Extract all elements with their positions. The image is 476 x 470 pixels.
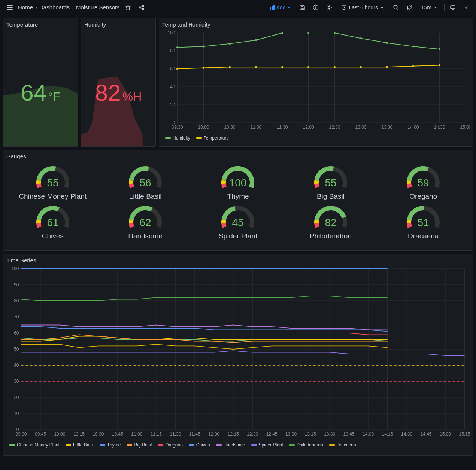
svg-text:60: 60 — [170, 66, 175, 71]
humidity-panel[interactable]: Humidity 82 %H — [81, 18, 156, 147]
add-button[interactable]: Add — [267, 3, 294, 12]
svg-text:70: 70 — [14, 314, 19, 320]
legend-item[interactable]: Temperature — [196, 135, 229, 141]
gauge-dracaena[interactable]: 51Dracaena — [379, 204, 468, 240]
gauge-thyme[interactable]: 100Thyme — [193, 164, 283, 201]
humidity-unit: %H — [122, 90, 142, 104]
svg-point-55 — [386, 42, 388, 44]
temp-humidity-chart[interactable]: Temp and Humidity 02040608010009:3010:00… — [159, 18, 473, 147]
gauge-little-basil[interactable]: 56Little Basil — [100, 164, 190, 201]
svg-point-47 — [176, 46, 178, 48]
legend-item[interactable]: Spider Plant — [251, 442, 283, 448]
temperature-panel[interactable]: Temperature 64 °F — [3, 18, 78, 147]
svg-text:90: 90 — [14, 282, 19, 287]
svg-text:20: 20 — [14, 395, 19, 400]
svg-text:82: 82 — [325, 217, 336, 228]
panel-title: Temp and Humidity — [162, 21, 470, 28]
legend-item[interactable]: Dracaena — [329, 442, 356, 448]
svg-point-58 — [176, 68, 178, 70]
gauge-handsome[interactable]: 62Handsome — [100, 204, 190, 240]
svg-text:15:00: 15:00 — [460, 125, 470, 130]
svg-text:11:00: 11:00 — [131, 431, 142, 437]
svg-text:10:30: 10:30 — [93, 431, 104, 437]
svg-point-62 — [281, 66, 283, 68]
refresh-interval[interactable]: 15m — [418, 3, 441, 12]
svg-text:12:45: 12:45 — [266, 431, 278, 437]
svg-text:12:30: 12:30 — [329, 125, 340, 130]
svg-text:14:30: 14:30 — [401, 431, 412, 437]
svg-point-59 — [203, 67, 204, 69]
legend-item[interactable]: Oregano — [158, 442, 183, 448]
svg-point-1 — [142, 5, 144, 7]
svg-text:20: 20 — [170, 102, 175, 107]
svg-point-50 — [255, 39, 257, 41]
legend-item[interactable]: Humidity — [165, 135, 190, 141]
svg-text:14:00: 14:00 — [363, 431, 374, 437]
svg-text:10:45: 10:45 — [112, 431, 123, 437]
svg-text:45: 45 — [232, 217, 244, 228]
crumb-home[interactable]: Home — [18, 4, 33, 10]
svg-point-53 — [334, 32, 336, 34]
menu-icon[interactable] — [4, 2, 15, 13]
svg-text:12:00: 12:00 — [303, 125, 314, 130]
time-range-picker[interactable]: Last 6 hours — [337, 3, 388, 12]
legend-item[interactable]: Philodendron — [289, 442, 323, 448]
gauge-chinese-money-plant[interactable]: 55Chinese Money Plant — [8, 164, 97, 201]
legend-item[interactable]: Thyme — [100, 442, 121, 448]
gauge-spider-plant[interactable]: 45Spider Plant — [193, 204, 283, 240]
svg-text:40: 40 — [14, 363, 19, 368]
gauge-philodendron[interactable]: 82Philodendron — [286, 204, 375, 240]
legend-item[interactable]: Big Basil — [127, 442, 152, 448]
breadcrumb: Home › Dashboards › Moisture Sensors — [18, 4, 120, 10]
svg-point-66 — [386, 66, 388, 68]
share-icon[interactable] — [136, 2, 147, 13]
refresh-icon[interactable] — [404, 2, 415, 13]
gauge-oregano[interactable]: 59Oregano — [379, 164, 468, 201]
temperature-value: 64 — [21, 79, 46, 106]
legend-item[interactable]: Little Basil — [66, 442, 94, 448]
zoom-out-icon[interactable] — [391, 2, 401, 13]
svg-point-49 — [229, 43, 231, 45]
humidity-value: 82 — [95, 79, 121, 106]
svg-text:100: 100 — [11, 266, 19, 271]
legend-item[interactable]: Handsome — [216, 442, 245, 448]
svg-text:10: 10 — [14, 411, 19, 416]
save-icon[interactable] — [297, 2, 307, 13]
svg-point-7 — [328, 6, 330, 8]
svg-point-63 — [307, 66, 309, 68]
gauges-panel[interactable]: Gauges 55Chinese Money Plant56Little Bas… — [3, 150, 473, 251]
svg-point-68 — [439, 64, 440, 66]
gear-icon[interactable] — [324, 2, 334, 13]
svg-text:09:30: 09:30 — [15, 431, 27, 437]
chart-legend: HumidityTemperature — [162, 134, 470, 142]
chevron-down-icon[interactable] — [461, 2, 472, 13]
crumb-current[interactable]: Moisture Sensors — [76, 4, 120, 10]
monitor-icon[interactable] — [448, 2, 458, 13]
svg-text:11:15: 11:15 — [151, 431, 162, 437]
svg-text:30: 30 — [14, 379, 19, 384]
svg-text:14:30: 14:30 — [434, 125, 445, 130]
svg-text:10:15: 10:15 — [73, 431, 85, 437]
svg-text:55: 55 — [325, 177, 336, 189]
svg-text:80: 80 — [170, 48, 175, 54]
svg-text:13:45: 13:45 — [343, 431, 355, 437]
star-icon[interactable] — [123, 2, 133, 13]
svg-point-2 — [142, 8, 144, 10]
gauge-big-basil[interactable]: 55Big Basil — [286, 164, 375, 201]
svg-point-54 — [360, 37, 362, 39]
crumb-dashboards[interactable]: Dashboards — [39, 4, 70, 10]
svg-text:100: 100 — [229, 177, 247, 189]
svg-point-0 — [139, 7, 141, 8]
info-icon[interactable] — [310, 2, 321, 13]
svg-text:13:15: 13:15 — [305, 431, 316, 437]
svg-text:13:00: 13:00 — [285, 431, 297, 437]
svg-text:10:30: 10:30 — [224, 125, 235, 130]
gauge-chives[interactable]: 61Chives — [8, 204, 97, 240]
legend-item[interactable]: Chinese Money Plant — [9, 442, 60, 448]
legend-item[interactable]: Chives — [189, 442, 210, 448]
svg-text:10:00: 10:00 — [198, 125, 209, 130]
temperature-unit: °F — [48, 90, 60, 104]
svg-text:10:00: 10:00 — [54, 431, 65, 437]
svg-text:11:30: 11:30 — [276, 125, 288, 130]
timeseries-panel[interactable]: Time Series 010203040506070809010009:300… — [3, 254, 473, 456]
